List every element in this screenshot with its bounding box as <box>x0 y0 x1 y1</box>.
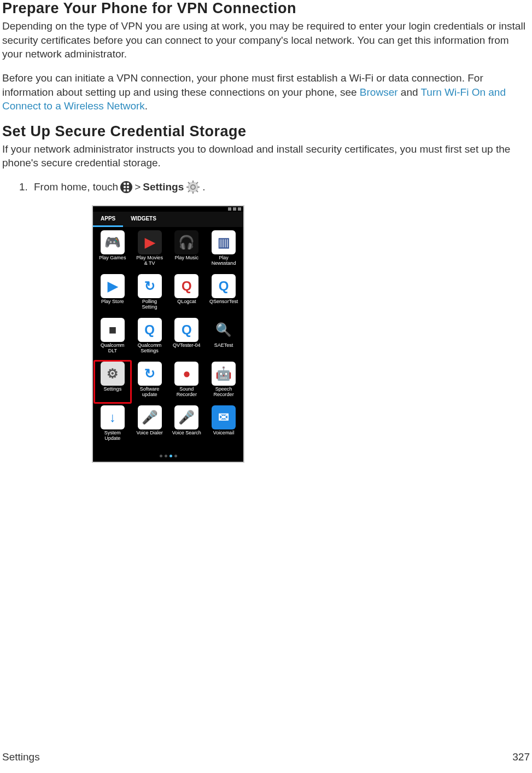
app-saetest[interactable]: 🔍SAETest <box>205 317 242 359</box>
step-1: From home, touch > Settings <box>31 180 530 463</box>
app-sound-recorder[interactable]: ●Sound Recorder <box>168 361 206 403</box>
app-icon: 🤖 <box>212 362 236 386</box>
app-play-movies-tv[interactable]: ▶Play Movies & TV <box>131 229 168 272</box>
text-fragment: From home, touch <box>34 181 118 194</box>
app-icon: ▶ <box>101 274 125 298</box>
app-label: Voice Dialer <box>137 431 163 436</box>
link-browser[interactable]: Browser <box>360 86 398 98</box>
page-indicator <box>93 454 243 462</box>
app-speech-recorder[interactable]: 🤖Speech Recorder <box>205 361 242 403</box>
app-label: QLogcat <box>177 299 196 305</box>
app-label: SAETest <box>214 343 233 348</box>
app-label: Speech Recorder <box>214 387 234 398</box>
app-label: Play Store <box>101 299 124 305</box>
app-icon: ▥ <box>212 230 236 254</box>
tab-widgets[interactable]: WIDGETS <box>123 212 164 227</box>
para-secure-storage: If your network administrator instructs … <box>2 142 530 170</box>
app-icon: ↻ <box>138 274 162 298</box>
app-software-update[interactable]: ↻Software update <box>131 361 168 403</box>
settings-label: Settings <box>143 181 184 194</box>
para-vpn-wifi: Before you can initiate a VPN connection… <box>2 71 530 113</box>
app-icon: Q <box>174 274 198 298</box>
svg-line-9 <box>196 182 198 184</box>
app-qvtester-04[interactable]: QQVTester-04 <box>168 317 206 359</box>
heading-prepare-vpn: Prepare Your Phone for VPN Connection <box>2 0 530 17</box>
phone-tab-bar: APPS WIDGETS <box>93 212 243 227</box>
app-qlogcat[interactable]: QQLogcat <box>168 273 206 316</box>
app-icon: Q <box>174 318 198 342</box>
app-icon: 🎤 <box>138 405 162 429</box>
app-settings[interactable]: ⚙Settings <box>94 361 131 403</box>
app-icon: ● <box>174 362 198 386</box>
svg-line-6 <box>188 182 190 184</box>
app-voicemail[interactable]: ✉Voicemail <box>205 404 242 447</box>
para-vpn-credentials: Depending on the type of VPN you are usi… <box>2 19 530 61</box>
app-play-games[interactable]: 🎮Play Games <box>94 229 131 272</box>
app-label: QVTester-04 <box>173 343 201 348</box>
app-qualcomm-settings[interactable]: QQualcomm Settings <box>131 317 168 359</box>
app-label: Polling Setting <box>142 299 157 310</box>
app-play-newsstand[interactable]: ▥Play Newsstand <box>205 229 242 272</box>
app-icon: ✉ <box>212 405 236 429</box>
app-icon: ↓ <box>101 405 125 429</box>
steps-list: From home, touch > Settings <box>2 180 530 463</box>
app-label: Software update <box>140 387 160 398</box>
app-label: Play Movies & TV <box>136 255 163 266</box>
app-icon: ■ <box>101 318 125 342</box>
app-label: Play Newsstand <box>212 255 236 266</box>
text-fragment: . <box>202 181 205 194</box>
text-fragment: and <box>398 86 421 98</box>
app-label: Play Music <box>175 255 199 261</box>
app-voice-search[interactable]: 🎤Voice Search <box>168 404 206 447</box>
app-grid: 🎮Play Games▶Play Movies & TV🎧Play Music▥… <box>93 227 243 454</box>
app-label: Voice Search <box>172 431 201 436</box>
footer-page-number: 327 <box>512 751 530 763</box>
app-play-store[interactable]: ▶Play Store <box>94 273 131 316</box>
tab-apps[interactable]: APPS <box>93 212 123 227</box>
app-icon: ⚙ <box>101 362 125 386</box>
phone-screenshot: APPS WIDGETS 🎮Play Games▶Play Movies & T… <box>92 205 244 463</box>
app-icon: Q <box>212 274 236 298</box>
app-icon: ↻ <box>138 362 162 386</box>
app-label: Settings <box>104 387 122 392</box>
app-label: Sound Recorder <box>177 387 197 398</box>
app-play-music[interactable]: 🎧Play Music <box>168 229 206 272</box>
svg-line-8 <box>188 190 190 192</box>
app-label: QSensorTest <box>209 299 238 305</box>
app-icon: ▶ <box>138 230 162 254</box>
app-label: Qualcomm DLT <box>101 343 125 354</box>
app-icon: 🔍 <box>212 318 236 342</box>
app-system-update[interactable]: ↓System Update <box>94 404 131 447</box>
svg-line-7 <box>196 190 198 192</box>
heading-secure-storage: Set Up Secure Credential Storage <box>2 123 530 140</box>
phone-status-bar <box>93 206 243 212</box>
app-label: Play Games <box>99 255 126 261</box>
app-label: Voicemail <box>213 431 235 436</box>
app-polling-setting[interactable]: ↻Polling Setting <box>131 273 168 316</box>
app-qsensortest[interactable]: QQSensorTest <box>205 273 242 316</box>
app-qualcomm-dlt[interactable]: ■Qualcomm DLT <box>94 317 131 359</box>
page-footer: Settings 327 <box>2 751 530 763</box>
app-icon: 🎤 <box>174 405 198 429</box>
app-icon: Q <box>138 318 162 342</box>
app-label: System Update <box>104 431 121 441</box>
app-icon: 🎧 <box>174 230 198 254</box>
app-label: Qualcomm Settings <box>138 343 162 354</box>
document-page: { "section1": { "title": "Prepare Your P… <box>0 0 532 773</box>
app-icon: 🎮 <box>101 230 125 254</box>
apps-grid-icon <box>120 181 132 193</box>
footer-section-name: Settings <box>2 751 40 763</box>
settings-gear-icon <box>186 180 200 194</box>
app-voice-dialer[interactable]: 🎤Voice Dialer <box>131 404 168 447</box>
text-fragment: . <box>145 100 148 112</box>
text-fragment: > <box>135 181 141 194</box>
